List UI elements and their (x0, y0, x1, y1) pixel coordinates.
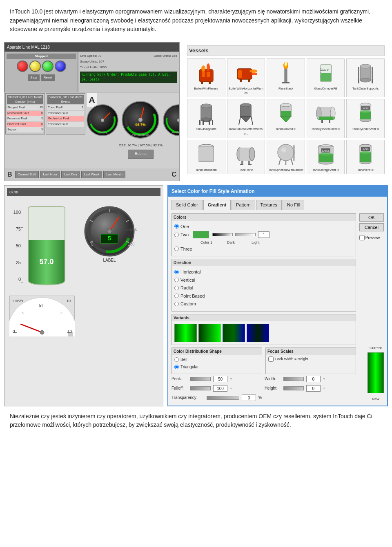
btn-red[interactable] (17, 61, 28, 72)
color1-swatch[interactable] (193, 231, 209, 238)
radio-one-input[interactable] (174, 224, 179, 229)
stop-btn[interactable]: Stop (28, 74, 39, 81)
svg-point-45 (360, 78, 371, 82)
fault-panel-2: StationFill_001 Last Month Events Count … (46, 93, 85, 135)
variant1[interactable] (174, 324, 197, 342)
height-value[interactable]: 0 (306, 385, 321, 392)
width-value[interactable]: 0 (306, 376, 321, 382)
ok-button[interactable]: OK (359, 213, 384, 222)
reboot-btn[interactable]: Reboot (128, 150, 154, 159)
width-unit: ÷ (323, 376, 325, 382)
variant3[interactable] (223, 324, 245, 342)
vessel-glass-cyl[interactable]: www.in... GlassCylinderFill (307, 58, 345, 98)
transparency-slider[interactable] (207, 396, 239, 400)
peak-slider[interactable] (190, 377, 211, 381)
svg-point-10 (138, 118, 143, 122)
radio-three-input[interactable] (174, 247, 179, 251)
transparency-value[interactable]: 0 (242, 395, 256, 401)
svg-rect-90 (248, 164, 252, 165)
svg-marker-65 (281, 117, 291, 122)
dark-slider[interactable] (212, 233, 233, 236)
shape-bell-input[interactable] (174, 357, 179, 362)
svg-rect-27 (238, 70, 242, 78)
vessel-tank-sphere[interactable]: TankSphericalWithLadder (267, 140, 305, 174)
btn-blue[interactable] (55, 61, 66, 72)
variant2[interactable] (198, 324, 221, 342)
focus-title: Focus Scales (266, 348, 356, 355)
vessel-name-tank-flat: TankFlatBottom (196, 168, 217, 172)
vessel-flare[interactable]: FlareStack (267, 58, 305, 98)
data-panel: Unit Speed: 77 Good Units: 165 Scrap Uni… (78, 52, 179, 92)
variant4[interactable] (247, 324, 269, 342)
right-gauges: 0 100 5 LABEL UNITS (83, 201, 136, 263)
preview-checkbox[interactable] (359, 235, 365, 240)
vessel-name-tank-vert2: TankVertFill (358, 168, 374, 172)
dir-radial: Radial (174, 285, 353, 291)
vessel-tank-flat[interactable]: TankFlatBottom (187, 140, 225, 174)
dir-custom-input[interactable] (174, 302, 179, 306)
tab-pattern[interactable]: Pattern (232, 200, 255, 210)
tank-display-row: 100 75 50 25 0 (7, 198, 160, 293)
svg-text:5: 5 (108, 235, 111, 242)
vessel-name-tank-conical-su: TankConicalBottomWithSu... (228, 127, 264, 136)
dir-vert-input[interactable] (174, 278, 179, 282)
tank-scale: 100 75 50 25 0 (9, 209, 21, 282)
btn-green[interactable] (42, 61, 53, 72)
svg-rect-32 (285, 67, 287, 83)
vessel-tank-cyl-vert[interactable]: LABEL TankCylinderVertFill (346, 99, 385, 138)
btn-last-week[interactable]: Last Week (81, 171, 102, 178)
radio-two-input[interactable] (174, 233, 179, 237)
light-slider[interactable] (235, 233, 256, 236)
vessel-icon-tank-vert2: LABEL (353, 142, 378, 166)
height-slider[interactable] (283, 386, 304, 390)
dir-point-input[interactable] (174, 294, 179, 298)
btn-last-month[interactable]: Last Month (103, 171, 125, 178)
vessel-tank-vert2[interactable]: LABEL TankVertFill (346, 140, 385, 174)
vessel-tank-cyl-horiz[interactable]: TankCylinderHorizFill (307, 99, 345, 138)
ok-cancel-col: OK Cancel Preview (359, 213, 384, 241)
btn-current-shift[interactable]: Current Shift (15, 171, 39, 178)
svg-text:Performance: Performance (132, 133, 149, 136)
dialog-title: Select Color for Fill Style Animation (168, 186, 387, 197)
topbar-title: Aparato Line MAL 1218 (7, 44, 50, 50)
shape-tri-input[interactable] (174, 365, 179, 369)
vessel-tank-conical[interactable]: TankConicalFill (267, 99, 305, 138)
btn-yellow[interactable] (29, 61, 41, 72)
radio-two: Two 1 (174, 231, 353, 238)
intro-text: InTouch 10.0 jest otwartym i elastycznym… (0, 0, 392, 38)
falloff-slider[interactable] (190, 386, 211, 390)
svg-marker-59 (241, 117, 251, 122)
btn-last-day[interactable]: Last Day (61, 171, 80, 178)
svg-line-95 (291, 159, 293, 165)
tab-gradient[interactable]: Gradient (203, 200, 231, 210)
shape-bell-label: Bell (180, 356, 187, 363)
vessel-boiler-flames[interactable]: BoilerWithFlames (187, 58, 225, 98)
tab-solid-color[interactable]: Solid Color (172, 200, 203, 210)
peak-value[interactable]: 50 (213, 376, 227, 382)
tab-no-fill[interactable]: No Fill (283, 200, 304, 210)
btn-last-hour[interactable]: Last Hour (40, 171, 60, 178)
gauges-area: A (86, 92, 180, 168)
light-label: Light (252, 240, 260, 246)
vessel-name-tank-outer: TankOuterSupports (352, 86, 379, 91)
width-row: Width: 0 ÷ (265, 376, 356, 382)
vessel-tank-conical-su[interactable]: TankConicalBottomWithSu... (227, 99, 265, 138)
tab-textures[interactable]: Textures (256, 200, 282, 210)
vessel-tank4[interactable]: Tank4Supports (187, 99, 225, 138)
falloff-value[interactable]: 100 (213, 385, 227, 392)
width-slider[interactable] (283, 377, 304, 381)
svg-point-52 (201, 118, 212, 122)
vessel-name-tank-sphere: TankSphericalWithLadder (268, 168, 303, 172)
lock-checkbox[interactable] (268, 356, 274, 362)
vessel-name-tank-conical: TankConicalFill (276, 127, 296, 131)
vessel-boiler-horiz[interactable]: BoilerWithHorizontalFlames (227, 58, 265, 98)
vessel-tank-outer[interactable]: TankOuterSupports (346, 58, 385, 98)
vessel-tank-storage[interactable]: LABEL TankStorageVertFill (307, 140, 345, 174)
dir-horiz-input[interactable] (174, 270, 179, 274)
cancel-button[interactable]: Cancel (359, 223, 384, 231)
dir-radial-input[interactable] (174, 286, 179, 290)
spinner-1[interactable]: 1 (258, 231, 270, 238)
reset-btn[interactable]: Reset (41, 74, 55, 81)
svg-rect-83 (199, 161, 214, 162)
vessel-tank-horiz[interactable]: TankHoriz (227, 140, 265, 174)
